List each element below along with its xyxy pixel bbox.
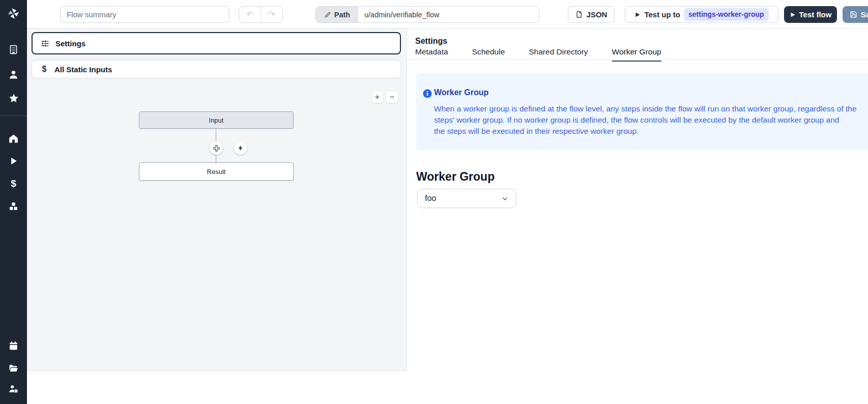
- play-icon: [634, 12, 641, 18]
- tabs-divider: [407, 60, 868, 60]
- worker-group-select[interactable]: foo: [417, 189, 516, 208]
- flow-summary-input[interactable]: [60, 6, 229, 23]
- info-banner-title: Worker Group: [434, 88, 488, 97]
- home-icon[interactable]: [7, 132, 20, 146]
- path-group: Path u/admin/verifiable_flow: [315, 6, 539, 23]
- test-up-to-label: Test up to: [644, 10, 680, 19]
- test-flow-button[interactable]: Test flow: [784, 6, 837, 23]
- runs-play-icon[interactable]: [7, 154, 20, 168]
- file-json-icon: [575, 11, 583, 18]
- play-icon: [790, 12, 796, 18]
- save-icon: [850, 11, 857, 18]
- add-step-button[interactable]: [210, 141, 223, 155]
- settings-panel-title: Settings: [415, 37, 447, 46]
- flow-editor-panel: Settings $ All Static Inputs + − Input R…: [27, 28, 407, 404]
- info-body-line: the steps will be executed in their resp…: [434, 126, 857, 137]
- undo-redo-group: ↶ ↷: [239, 6, 283, 23]
- variables-dollar-icon[interactable]: $: [7, 177, 20, 190]
- save-draft-button[interactable]: Save draft: [843, 6, 868, 23]
- zoom-out-button[interactable]: −: [386, 91, 398, 103]
- flow-bottom-area: [27, 371, 407, 404]
- undo-icon: ↶: [246, 9, 253, 20]
- schedules-calendar-icon[interactable]: [7, 339, 20, 353]
- settings-panel: Settings Metadata Schedule Shared Direct…: [407, 28, 868, 404]
- path-value-input[interactable]: u/admin/verifiable_flow: [358, 7, 539, 22]
- worker-group-info-banner: Worker Group When a worker group is defi…: [416, 73, 868, 150]
- path-edit-button[interactable]: Path: [316, 7, 358, 22]
- test-up-to-button[interactable]: Test up to settings-worker-group: [625, 6, 778, 23]
- json-button[interactable]: JSON: [568, 6, 615, 23]
- flow-settings-item[interactable]: Settings: [32, 32, 401, 54]
- redo-button[interactable]: ↷: [261, 7, 282, 22]
- all-static-inputs-label: All Static Inputs: [54, 65, 112, 74]
- flow-settings-label: Settings: [55, 39, 85, 48]
- workspace-building-icon[interactable]: [7, 43, 20, 56]
- windmill-flow-editor: $: [0, 0, 868, 404]
- path-label: Path: [334, 11, 350, 19]
- sliders-icon: [41, 39, 49, 48]
- pencil-icon: [324, 11, 331, 18]
- all-static-inputs-item[interactable]: $ All Static Inputs: [32, 60, 401, 78]
- sidebar: $: [0, 0, 27, 404]
- user-icon[interactable]: [7, 68, 20, 81]
- groups-users-gear-icon[interactable]: [7, 382, 20, 395]
- result-node[interactable]: Result: [139, 162, 294, 181]
- star-icon[interactable]: [7, 91, 20, 105]
- redo-icon: ↷: [268, 9, 275, 20]
- json-label: JSON: [587, 10, 607, 19]
- resources-boxes-icon[interactable]: [7, 199, 20, 213]
- save-draft-label: Save draft: [861, 10, 868, 19]
- info-body-line: steps' worker group. If no worker group …: [434, 114, 857, 126]
- info-body-line: When a worker group is defined at the fl…: [434, 103, 857, 114]
- trigger-bolt-button[interactable]: [234, 141, 247, 155]
- sidebar-divider: [0, 116, 27, 116]
- plus-icon: [213, 145, 220, 152]
- worker-group-selected-value: foo: [425, 194, 436, 203]
- bolt-icon: [237, 145, 244, 152]
- worker-group-section-title: Worker Group: [416, 170, 495, 184]
- windmill-logo-icon[interactable]: [7, 7, 20, 20]
- input-node-label: Input: [209, 117, 224, 124]
- path-value: u/admin/verifiable_flow: [364, 11, 440, 19]
- worker-group-badge: settings-worker-group: [684, 8, 769, 20]
- zoom-in-button[interactable]: +: [371, 91, 384, 103]
- folders-icon[interactable]: [7, 361, 20, 375]
- chevron-down-icon: [501, 195, 509, 203]
- info-banner-body: When a worker group is defined at the fl…: [434, 103, 857, 137]
- dollar-icon: $: [40, 65, 48, 74]
- topbar: ↶ ↷ Path u/admin/verifiable_flow JSON Te…: [27, 0, 868, 28]
- undo-button[interactable]: ↶: [239, 7, 261, 22]
- info-icon: [423, 89, 432, 98]
- test-flow-label: Test flow: [799, 10, 832, 19]
- input-node[interactable]: Input: [139, 111, 294, 129]
- result-node-label: Result: [207, 168, 226, 176]
